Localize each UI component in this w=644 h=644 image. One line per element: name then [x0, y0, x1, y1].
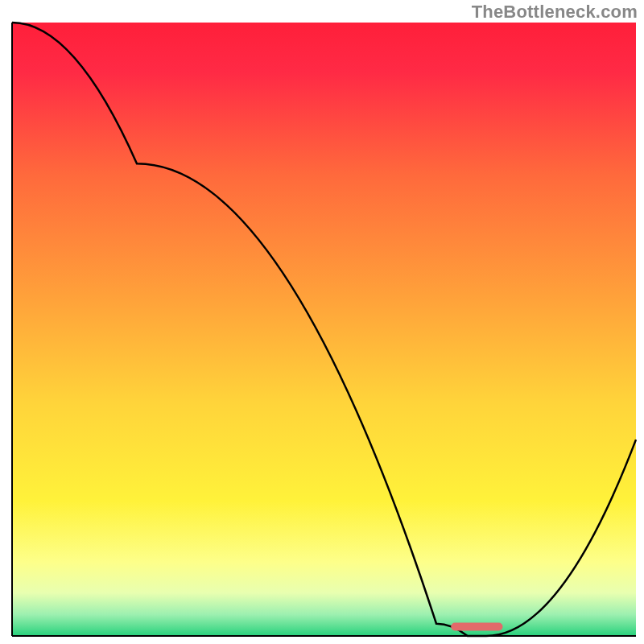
bottleneck-chart [0, 0, 644, 644]
plot-background [12, 23, 636, 636]
watermark-text: TheBottleneck.com [472, 2, 638, 23]
chart-container: TheBottleneck.com [0, 0, 644, 644]
